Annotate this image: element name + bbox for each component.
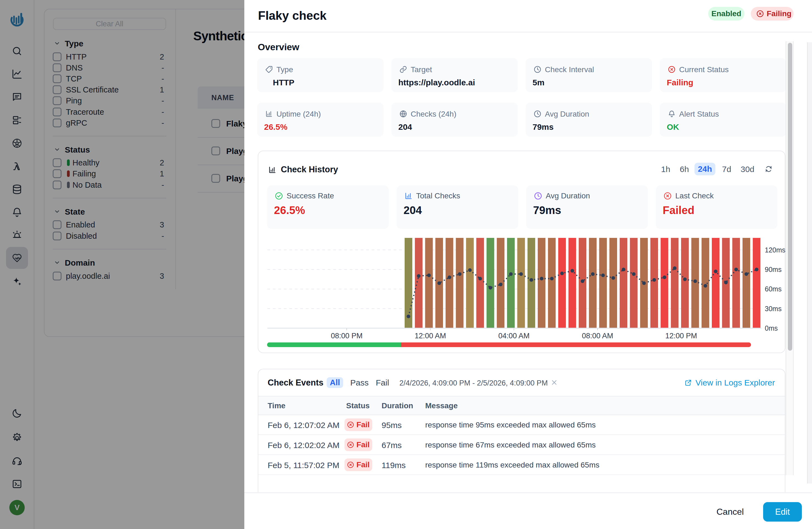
svg-text:12:00 PM: 12:00 PM	[665, 332, 697, 340]
svg-text:0ms: 0ms	[765, 324, 778, 332]
svg-text:12:00 AM: 12:00 AM	[415, 332, 446, 340]
svg-text:120ms: 120ms	[765, 246, 785, 254]
svg-text:90ms: 90ms	[765, 266, 782, 273]
svg-text:08:00 PM: 08:00 PM	[331, 332, 363, 340]
svg-text:30ms: 30ms	[765, 305, 782, 312]
svg-text:04:00 AM: 04:00 AM	[498, 332, 530, 340]
svg-text:60ms: 60ms	[765, 285, 782, 293]
svg-text:08:00 AM: 08:00 AM	[582, 332, 613, 340]
